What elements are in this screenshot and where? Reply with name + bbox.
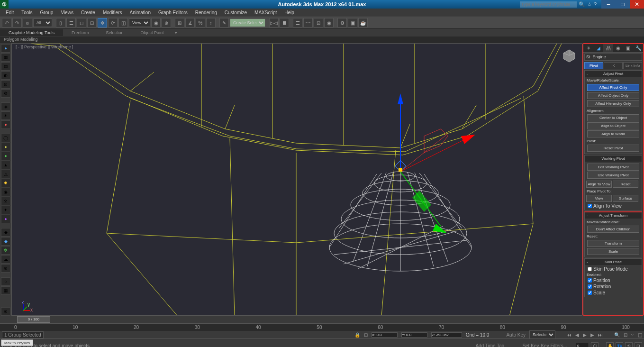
place-view-button[interactable]: View bbox=[586, 195, 612, 202]
lt-16[interactable]: ✦ bbox=[1, 206, 10, 214]
lt-5[interactable]: ⚙ bbox=[1, 89, 10, 98]
redo-button[interactable]: ↷ bbox=[12, 18, 22, 27]
lt-11[interactable]: ● bbox=[1, 152, 10, 160]
nav-zoom-icon[interactable]: 🔍 bbox=[614, 332, 620, 338]
time-config-button[interactable]: ⏱ bbox=[591, 342, 599, 347]
ribbon-expand-icon[interactable]: ▾ bbox=[172, 29, 180, 36]
time-slider[interactable]: 0 / 100 bbox=[0, 316, 644, 323]
current-frame-input[interactable] bbox=[576, 343, 589, 347]
tab-hierarchy-icon[interactable]: 品 bbox=[603, 44, 613, 52]
render-frame-button[interactable]: ▣ bbox=[348, 18, 357, 27]
lt-23[interactable]: ○ bbox=[1, 277, 10, 286]
lt-20[interactable]: ✲ bbox=[1, 246, 10, 255]
reset-transform-button[interactable]: Transform bbox=[587, 240, 639, 247]
link-button[interactable]: ⎋ bbox=[23, 18, 32, 27]
lt-22[interactable]: ⊛ bbox=[1, 264, 10, 273]
nav-walk-icon[interactable]: 👣 bbox=[616, 342, 623, 347]
menu-edit[interactable]: Edit bbox=[2, 9, 18, 16]
menu-views[interactable]: Views bbox=[57, 9, 77, 16]
skin-pose-mode-checkbox[interactable] bbox=[588, 267, 592, 271]
rollout-header[interactable]: Skin Pose bbox=[585, 259, 642, 265]
lt-maxscript-icon[interactable]: ⊗ bbox=[1, 307, 10, 316]
object-name-field[interactable]: St_Engine bbox=[584, 54, 642, 61]
maxscript-listener[interactable]: Max to Physics bbox=[1, 339, 33, 346]
lt-17[interactable]: ● bbox=[1, 215, 10, 223]
rollout-header[interactable]: Working Pivot bbox=[585, 155, 642, 162]
nav-zoomall-icon[interactable]: ⊡ bbox=[624, 332, 627, 338]
subtab-linkinfo[interactable]: Link Info bbox=[623, 62, 642, 69]
align-to-view-checkbox[interactable] bbox=[588, 204, 592, 208]
snap-toggle[interactable]: ⊞ bbox=[175, 18, 184, 27]
help-icon[interactable]: ☆ bbox=[587, 1, 592, 8]
menu-group[interactable]: Group bbox=[36, 9, 57, 16]
lt-7[interactable]: ✶ bbox=[1, 111, 10, 120]
lt-cone-icon[interactable]: ▲ bbox=[1, 161, 10, 169]
track-bar[interactable]: 0102030405060708090100 bbox=[0, 323, 644, 331]
ribbon-panel-label[interactable]: Polygon Modeling bbox=[0, 37, 644, 43]
tab-modify-icon[interactable]: ◢ bbox=[593, 44, 603, 52]
lt-cylinder-icon[interactable]: ◐ bbox=[1, 71, 10, 80]
menu-customize[interactable]: Customize bbox=[221, 9, 251, 16]
angle-snap[interactable]: ∡ bbox=[185, 18, 195, 27]
menu-maxscript[interactable]: MAXScript bbox=[251, 9, 281, 16]
viewport-label[interactable]: [ - ][ Perspective ][ Wireframe ] bbox=[16, 45, 73, 49]
lt-sphere-icon[interactable]: ● bbox=[1, 44, 10, 53]
align-to-view-button[interactable]: Align To View bbox=[586, 181, 612, 188]
lt-grid-icon[interactable]: ▤ bbox=[1, 62, 10, 71]
coord-display-icon[interactable]: ⊡ bbox=[364, 332, 368, 338]
nav-region-icon[interactable]: ◫ bbox=[638, 332, 642, 338]
tab-display-icon[interactable]: ▣ bbox=[623, 44, 633, 52]
menu-tools[interactable]: Tools bbox=[18, 9, 36, 16]
select-name-button[interactable]: ☰ bbox=[66, 18, 76, 27]
lt-21[interactable]: ☁ bbox=[1, 255, 10, 264]
help-icon2[interactable]: ? bbox=[594, 1, 597, 7]
ribbon-tab-selection[interactable]: Selection bbox=[97, 29, 132, 36]
selection-filter[interactable]: All bbox=[33, 18, 52, 27]
autokey-button[interactable]: Auto Key bbox=[506, 332, 526, 338]
lt-10[interactable]: ● bbox=[1, 143, 10, 151]
lt-9[interactable]: ◯ bbox=[1, 134, 10, 142]
lt-14[interactable]: ◉ bbox=[1, 188, 10, 196]
spinner-snap[interactable]: ↕ bbox=[206, 18, 216, 27]
affect-pivot-only-button[interactable]: Affect Pivot Only bbox=[587, 84, 639, 91]
menu-modifiers[interactable]: Modifiers bbox=[99, 9, 126, 16]
key-filter-select[interactable]: Selected bbox=[529, 330, 555, 339]
lt-4[interactable]: ⊡ bbox=[1, 80, 10, 89]
tab-create-icon[interactable]: ✳ bbox=[583, 44, 593, 52]
layers-button[interactable]: ☰ bbox=[293, 18, 302, 27]
manipulate-button[interactable]: ⊕ bbox=[162, 18, 171, 27]
schematic-button[interactable]: ⊡ bbox=[314, 18, 323, 27]
lt-15[interactable]: ※ bbox=[1, 197, 10, 205]
x-coord-input[interactable] bbox=[372, 332, 398, 338]
reset-pivot-button[interactable]: Reset Pivot bbox=[587, 145, 639, 152]
rollout-header[interactable]: Adjust Pivot bbox=[585, 71, 642, 77]
mirror-button[interactable]: ▷◁ bbox=[269, 18, 279, 27]
ref-coord-system[interactable]: View bbox=[129, 18, 150, 27]
nav-orbit-icon[interactable]: ⟲ bbox=[625, 342, 633, 347]
scale-checkbox[interactable] bbox=[588, 291, 592, 295]
time-slider-handle[interactable]: 0 / 100 bbox=[17, 316, 50, 323]
search-icon[interactable]: 🔍 bbox=[579, 1, 585, 8]
edit-working-pivot-button[interactable]: Edit Working Pivot bbox=[587, 164, 639, 171]
lt-8[interactable]: ● bbox=[1, 120, 10, 129]
menu-animation[interactable]: Animation bbox=[126, 9, 154, 16]
named-selection-sets[interactable]: Create Selection Se bbox=[230, 18, 265, 27]
center-to-object-button[interactable]: Center to Object bbox=[587, 114, 639, 121]
rotate-button[interactable]: ⟳ bbox=[108, 18, 118, 27]
next-frame-button[interactable]: ▶ bbox=[590, 332, 594, 338]
undo-button[interactable]: ↶ bbox=[2, 18, 11, 27]
nav-fov-icon[interactable]: ⌔ bbox=[631, 332, 634, 338]
lt-18[interactable]: ◆ bbox=[1, 228, 10, 237]
align-to-world-button[interactable]: Align to World bbox=[587, 130, 639, 137]
rollout-header[interactable]: Adjust Transform bbox=[585, 212, 642, 219]
nav-maximize-icon[interactable]: ⊡ bbox=[635, 342, 642, 347]
material-editor-button[interactable]: ◉ bbox=[324, 18, 334, 27]
dont-affect-children-button[interactable]: Don't Affect Children bbox=[587, 226, 639, 233]
lt-24[interactable]: ▦ bbox=[1, 286, 10, 295]
set-key-button[interactable]: Set Key bbox=[522, 343, 539, 347]
viewport[interactable]: [ - ][ Perspective ][ Wireframe ] bbox=[11, 43, 582, 316]
help-search-input[interactable] bbox=[520, 1, 577, 8]
lock-icon[interactable]: 🔒 bbox=[354, 332, 360, 338]
maximize-button[interactable]: □ bbox=[616, 0, 630, 9]
render-setup-button[interactable]: ⚙ bbox=[337, 18, 347, 27]
